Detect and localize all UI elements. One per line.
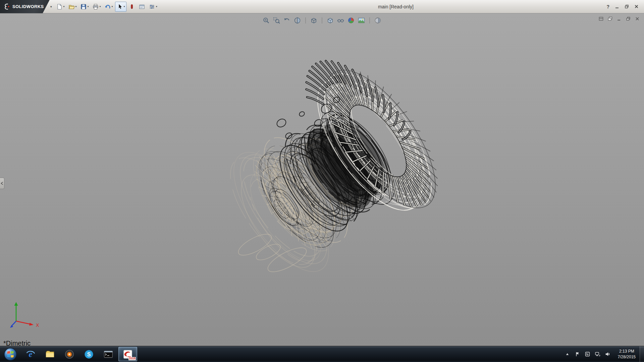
show-desktop-button[interactable] [640,346,644,362]
messenger-taskbar-button[interactable]: S [79,347,98,361]
triad-z-arrowhead [10,325,13,328]
doc-close-button[interactable] [635,16,640,21]
taskbar-buttons: eS2015 [0,346,138,362]
help-button[interactable]: ? [606,4,609,9]
solidworks-window: SOLIDWORKS ▾ ▾▾▾▾▾▾▾ main [Read-only] ? [0,0,644,362]
clock-time: 2:13 PM [618,349,636,354]
display-style-button[interactable] [327,17,334,24]
apply-scene-button[interactable] [358,17,365,24]
command-prompt-taskbar-button[interactable] [99,347,118,361]
new-document-dropdown-arrow-icon[interactable]: ▾ [63,5,65,8]
windows-explorer-taskbar-button[interactable] [41,347,59,361]
doc-restore-button[interactable] [626,16,631,21]
print-dropdown-arrow-icon[interactable]: ▾ [100,5,101,8]
resource-monitor-icon[interactable] [585,351,590,357]
graphics-area[interactable]: X *Dimetric [0,13,644,346]
view-orientation-button[interactable] [310,17,318,24]
restore-button[interactable] [625,4,629,9]
triad-x-axis [16,321,30,324]
orientation-triad: X [9,300,46,330]
view-settings-button[interactable] [374,17,382,24]
heads-up-toolbar [260,16,384,25]
action-center-icon[interactable] [575,351,580,357]
save-dropdown-arrow-icon[interactable]: ▾ [88,5,89,8]
save-button[interactable]: ▾ [79,2,90,12]
triad-y-arrowhead [14,302,18,306]
window-title: main [Read-only] [378,0,414,13]
show-hidden-icons-icon[interactable] [565,351,570,357]
network-icon[interactable] [595,351,600,357]
select-button[interactable]: ▾ [115,2,126,12]
xpress-tools-button[interactable] [127,2,137,12]
triad-z-axis [12,321,16,326]
open-document-button[interactable]: ▾ [67,2,78,12]
minimize-button[interactable] [615,4,619,9]
cascade-window-button[interactable] [607,16,613,21]
brand-text: SOLIDWORKS [12,4,44,9]
view-orientation-label: *Dimetric [3,340,31,346]
solidworks-menu-logo[interactable]: SOLIDWORKS [0,0,50,13]
select-dropdown-arrow-icon[interactable]: ▾ [124,5,125,8]
triad-x-label: X [36,322,39,328]
system-tray [561,346,614,362]
solidworks-version-badge: 2015 [128,357,136,360]
menu-expand-arrow-icon[interactable]: ▾ [50,5,52,8]
options-button[interactable]: ▾ [147,2,159,12]
hide-show-items-button[interactable] [337,17,344,24]
main-toolbar: ▾▾▾▾▾▾▾ [55,2,159,12]
titlebar: SOLIDWORKS ▾ ▾▾▾▾▾▾▾ main [Read-only] ? [0,0,644,13]
options-dropdown-arrow-icon[interactable]: ▾ [156,5,157,8]
undo-dropdown-arrow-icon[interactable]: ▾ [112,5,113,8]
section-view-button[interactable] [294,17,301,24]
model-wireframe[interactable] [0,13,644,346]
tile-window-button[interactable] [598,16,604,21]
clock-date: 7/28/2015 [618,354,636,360]
taskbar-clock[interactable]: 2:13 PM 7/28/2015 [614,346,640,362]
new-document-button[interactable]: ▾ [55,2,66,12]
document-window-controls [598,16,640,21]
zoom-to-fit-button[interactable] [263,17,270,24]
svg-text:S: S [87,351,91,357]
solidworks-taskbar-button[interactable]: 2015 [118,347,137,361]
media-player-taskbar-button[interactable] [60,347,79,361]
collapse-left-arrow-icon [1,182,3,185]
headsup-separator [306,17,306,23]
volume-icon[interactable] [605,351,610,357]
start-taskbar-button[interactable] [0,347,20,361]
headsup-separator [322,17,322,23]
previous-view-button[interactable] [283,17,291,24]
windows-orb-icon [3,347,17,361]
dassault-3ds-logo-icon [3,3,10,10]
file-properties-button[interactable] [137,2,147,12]
print-button[interactable]: ▾ [91,2,102,12]
open-document-dropdown-arrow-icon[interactable]: ▾ [75,5,77,8]
headsup-separator [370,17,370,23]
window-controls: ? [606,4,644,9]
doc-minimize-button[interactable] [616,16,622,21]
triad-x-arrowhead [29,323,34,326]
taskbar: eS2015 2:13 PM 7/28/2015 [0,346,644,362]
edit-appearance-button[interactable] [347,17,355,24]
internet-explorer-taskbar-button[interactable]: e [21,347,40,361]
close-button[interactable] [634,4,639,9]
zoom-to-area-button[interactable] [273,17,280,24]
undo-button[interactable]: ▾ [103,2,114,12]
feature-manager-collapse-tab[interactable] [0,178,4,189]
